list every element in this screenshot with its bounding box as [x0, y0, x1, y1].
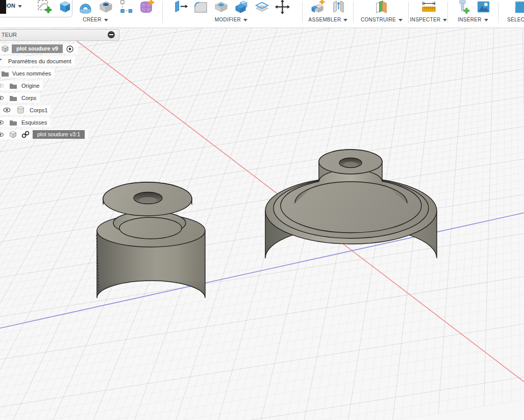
new-component-icon[interactable]	[310, 0, 326, 15]
visibility-eye-icon[interactable]	[0, 132, 4, 138]
assemble-menu-button[interactable]: ASSEMBLER	[304, 17, 352, 22]
link-icon	[21, 131, 30, 138]
model-bodies	[0, 28, 524, 420]
tree-row-document-settings[interactable]: Paramètres du document	[0, 56, 75, 66]
activate-component-radio[interactable]	[65, 44, 74, 54]
root-document-label[interactable]: plot soudure v9	[12, 44, 63, 53]
visibility-eye-icon[interactable]	[0, 95, 4, 101]
joint-icon[interactable]	[331, 0, 346, 15]
toolbar-group-select: SÉLECT	[501, 0, 524, 28]
hole-icon[interactable]	[98, 0, 114, 15]
toolbar-separator	[353, 2, 354, 23]
offset-face-icon[interactable]	[254, 0, 270, 15]
toolbar-separator	[302, 2, 303, 23]
body-large-plot-soudure[interactable]	[265, 150, 437, 258]
folder-icon	[1, 70, 9, 77]
chevron-down-icon	[104, 19, 108, 21]
select-icon[interactable]	[514, 0, 524, 15]
folder-icon	[9, 94, 17, 102]
folder-icon	[9, 119, 17, 126]
chevron-down-icon	[343, 19, 347, 21]
create-sketch-icon[interactable]	[37, 0, 53, 15]
settings-wrench-icon	[0, 58, 4, 65]
tree-row-sketches[interactable]: Esquisses	[0, 117, 51, 127]
chevron-down-icon	[243, 19, 247, 21]
extrude-icon[interactable]	[57, 0, 73, 15]
toolbar-separator	[162, 2, 163, 23]
viewport-canvas[interactable]	[0, 28, 524, 420]
toolbar-separator	[447, 2, 448, 23]
toolbar-group-inspect: INSPECTER	[409, 0, 448, 28]
toolbar-group-create: CRÉER	[30, 0, 161, 28]
measure-icon[interactable]	[421, 0, 437, 15]
visibility-eye-icon[interactable]	[0, 83, 4, 89]
move-copy-icon[interactable]	[275, 0, 290, 15]
fusion-window: TEUR plot soudure v9 Paramètres du docum…	[0, 0, 524, 420]
toolbar: TION	[0, 0, 524, 28]
app-corner-block	[0, 0, 6, 14]
tree-item-label[interactable]: Corps	[21, 95, 36, 101]
press-pull-icon[interactable]	[172, 0, 188, 15]
toolbar-separator	[408, 2, 409, 23]
tree-item-label[interactable]: Corps1	[30, 107, 47, 113]
component-icon	[0, 44, 10, 53]
revolve-icon[interactable]	[78, 0, 93, 15]
shell-icon[interactable]	[213, 0, 229, 15]
modify-menu-button[interactable]: MODIFIER	[164, 17, 298, 22]
toolbar-group-insert: INSÉRER	[449, 0, 497, 28]
linked-component-label[interactable]: plot soudure v3:1	[33, 130, 85, 139]
browser-title: TEUR	[2, 32, 17, 38]
insert-menu-button[interactable]: INSÉRER	[449, 17, 497, 22]
browser-header[interactable]: TEUR	[0, 29, 119, 41]
select-menu-button[interactable]: SÉLECT	[501, 17, 524, 22]
create-form-icon[interactable]	[139, 0, 155, 15]
inspect-menu-button[interactable]: INSPECTER	[409, 17, 448, 22]
toolbar-group-assemble: ASSEMBLER	[304, 0, 352, 28]
insert-fastener-icon[interactable]	[455, 0, 471, 15]
toolbar-group-modify: MODIFIER	[164, 0, 298, 28]
tree-row-body1[interactable]: Corps1	[0, 105, 51, 115]
tree-row-linked-component[interactable]: plot soudure v3:1	[0, 130, 88, 139]
chevron-down-icon	[443, 19, 447, 21]
tree-item-label[interactable]: Esquisses	[21, 119, 47, 126]
tree-row-origin[interactable]: Origine	[0, 81, 43, 90]
tree-row-root[interactable]: plot soudure v9	[0, 44, 78, 54]
tree-item-label[interactable]: Paramètres du document	[8, 58, 71, 64]
construct-menu-button[interactable]: CONSTRUIRE	[356, 17, 407, 22]
visibility-eye-icon[interactable]	[0, 119, 4, 126]
tree-item-label[interactable]: Vues nommées	[12, 70, 51, 77]
chevron-down-icon	[18, 5, 22, 8]
fillet-icon[interactable]	[193, 0, 209, 15]
body-cylinder-icon	[16, 106, 25, 114]
collapse-browser-icon[interactable]	[108, 31, 115, 38]
tree-row-named-views[interactable]: Vues nommées	[1, 68, 55, 78]
insert-canvas-icon[interactable]	[476, 0, 491, 15]
component-icon	[9, 130, 17, 139]
tree-item-label[interactable]: Origine	[21, 83, 39, 89]
chevron-down-icon	[398, 19, 403, 21]
toolbar-group-construct: CONSTRUIRE	[356, 0, 407, 28]
visibility-eye-icon[interactable]	[3, 107, 11, 113]
chevron-down-icon	[484, 19, 488, 21]
toolbar-separator	[498, 2, 498, 23]
construction-plane-icon[interactable]	[374, 0, 390, 15]
body-small-plot-soudure[interactable]	[96, 182, 205, 298]
tree-row-bodies[interactable]: Corps	[0, 93, 40, 103]
project-geometry-icon[interactable]	[118, 0, 134, 15]
create-menu-button[interactable]: CRÉER	[30, 17, 161, 22]
folder-icon	[9, 82, 17, 89]
combine-icon[interactable]	[234, 0, 249, 15]
